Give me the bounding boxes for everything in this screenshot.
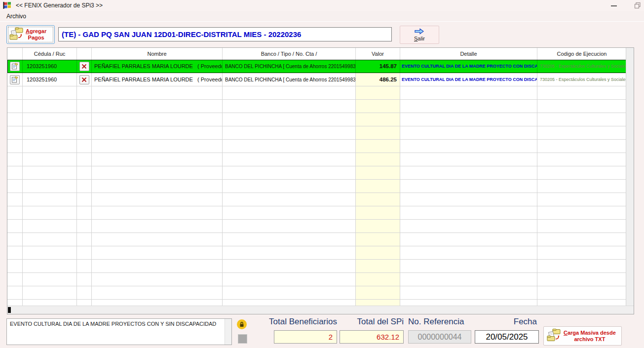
title-bar: << FENIX Generador de SPi3 >> <box>0 0 644 11</box>
vertical-scrollbar[interactable] <box>626 48 634 306</box>
table-body: 1203251960 PEÑAFIEL PARRALES MARIA LOURD… <box>7 60 626 306</box>
fecha-label: Fecha <box>475 317 537 327</box>
horizontal-scrollbar[interactable] <box>7 306 634 314</box>
folder-arrow-icon <box>546 328 561 344</box>
header-nombre[interactable]: Nombre <box>92 48 223 60</box>
table-row-empty[interactable] <box>7 246 626 260</box>
edit-row-button[interactable] <box>10 75 20 84</box>
cell-codigo: 730205 - Espectáculos Culturales y Socia… <box>537 73 626 86</box>
cell-cedula: 1203251960 <box>23 60 77 73</box>
table-row-empty[interactable] <box>7 260 626 273</box>
status-square-button[interactable] <box>238 334 247 344</box>
header-icon-col <box>7 48 23 60</box>
header-delete-col <box>77 48 92 60</box>
salir-button[interactable]: Salir <box>400 26 439 44</box>
cell-banco: BANCO DEL PICHINCHA [ Cuenta de Ahorros … <box>223 60 356 73</box>
lock-icon <box>237 319 247 329</box>
cell-nombre: PEÑAFIEL PARRALES MARIA LOURDE ( Proveed… <box>92 60 223 73</box>
total-spi-label: Total del SPi <box>340 317 404 327</box>
table-row-empty[interactable] <box>7 180 626 193</box>
window-controls <box>610 0 641 11</box>
header-codigo[interactable]: Codigo de Ejecucion <box>537 48 626 60</box>
table-row-empty[interactable] <box>7 100 626 113</box>
cell-banco: BANCO DEL PICHINCHA [ Cuenta de Ahorros … <box>223 73 356 86</box>
table-row-empty[interactable] <box>7 153 626 166</box>
cell-valor: 145.87 <box>356 60 400 73</box>
header-banco[interactable]: Banco / Tipo / No. Cta / <box>223 48 356 60</box>
table-row-empty[interactable] <box>7 220 626 233</box>
textarea-scrollbar[interactable] <box>225 319 231 345</box>
edit-row-button[interactable] <box>10 62 20 71</box>
table-row-empty[interactable] <box>7 113 626 126</box>
fecha-field[interactable]: 20/05/2025 <box>475 330 539 344</box>
table-row-empty[interactable] <box>7 206 626 220</box>
cell-nombre: PEÑAFIEL PARRALES MARIA LOURDE ( Proveed… <box>92 73 223 86</box>
toolbar: Agregar Pagos Salir <box>0 22 644 46</box>
delete-row-button[interactable] <box>79 62 89 71</box>
app-windows-logo-icon <box>3 1 12 9</box>
minimize-icon[interactable] <box>610 2 617 9</box>
exit-arrow-icon <box>414 28 425 36</box>
restore-icon[interactable] <box>634 2 641 9</box>
folder-arrow-icon <box>9 27 24 42</box>
table-row-empty[interactable] <box>7 193 626 206</box>
agregar-pagos-button[interactable]: Agregar Pagos <box>6 25 55 44</box>
detalle-textarea[interactable]: EVENTO CULTURAL DIA DE LA MADRE PROYECTO… <box>6 318 232 345</box>
total-beneficiarios-field: 2 <box>274 330 337 344</box>
table-row-empty[interactable] <box>7 233 626 246</box>
table-row-empty[interactable] <box>7 273 626 286</box>
table-row-empty[interactable] <box>7 86 626 100</box>
payments-table: Cédula / Ruc Nombre Banco / Tipo / No. C… <box>7 47 634 314</box>
table-row-empty[interactable] <box>7 286 626 300</box>
table-row-empty[interactable] <box>7 140 626 153</box>
carga-masiva-button[interactable]: Carga Masiva desde archivo TXT <box>543 326 622 346</box>
agregar-pagos-label: Agregar Pagos <box>26 28 46 40</box>
carga-masiva-label: Carga Masiva desde archivo TXT <box>564 330 616 342</box>
total-beneficiarios-label: Total Beneficiarios <box>252 317 337 327</box>
footer-panel: EVENTO CULTURAL DIA DE LA MADRE PROYECTO… <box>0 314 644 348</box>
no-referencia-field: 0000000044 <box>408 330 471 344</box>
table-row[interactable]: 1203251960 PEÑAFIEL PARRALES MARIA LOURD… <box>7 60 626 73</box>
cell-detalle: EVENTO CULTURAL DIA DE LA MADRE PROYECTO… <box>400 60 537 73</box>
delete-row-button[interactable] <box>79 75 89 84</box>
cell-detalle: EVENTO CULTURAL DIA DE LA MADRE PROYECTO… <box>400 73 537 86</box>
entity-title-field[interactable] <box>58 27 392 41</box>
header-cedula[interactable]: Cédula / Ruc <box>23 48 77 60</box>
cell-cedula: 1203251960 <box>23 73 77 86</box>
cell-valor: 486.25 <box>356 73 400 86</box>
header-detalle[interactable]: Detalle <box>400 48 537 60</box>
table-row-empty[interactable] <box>7 166 626 180</box>
cell-codigo: 730205 - Espectáculos Culturales y Socia… <box>537 60 626 73</box>
table-row-empty[interactable] <box>7 126 626 140</box>
salir-label: Salir <box>414 36 425 41</box>
no-referencia-label: No. Referencia <box>408 317 477 327</box>
window-title: << FENIX Generador de SPi3 >> <box>16 2 103 9</box>
menu-bar: Archivo <box>0 11 644 22</box>
header-valor[interactable]: Valor <box>356 48 400 60</box>
horizontal-scrollbar-thumb[interactable] <box>8 307 11 313</box>
total-spi-field: 632.12 <box>340 330 404 344</box>
table-header: Cédula / Ruc Nombre Banco / Tipo / No. C… <box>7 48 634 60</box>
table-row[interactable]: 1203251960 PEÑAFIEL PARRALES MARIA LOURD… <box>7 73 626 86</box>
menu-archivo[interactable]: Archivo <box>4 12 28 21</box>
